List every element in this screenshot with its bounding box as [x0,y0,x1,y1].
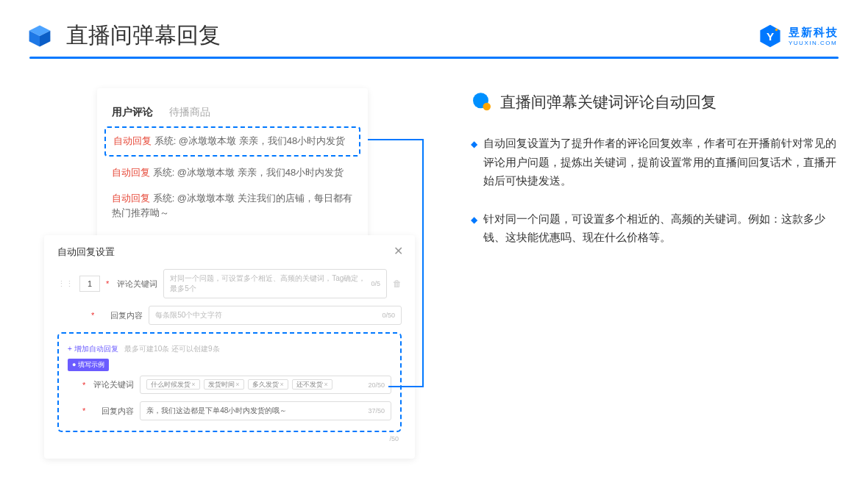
keyword-chip[interactable]: 还不发货× [292,379,332,390]
svg-point-7 [483,103,491,111]
bullet-text: 针对同一个问题，可设置多个相近的、高频的关键词。例如：这款多少钱、这块能优惠吗、… [483,209,839,247]
keyword-label: 评论关键词 [116,279,157,290]
example-kw-counter: 20/50 [368,381,385,389]
keyword-chip[interactable]: 多久发货× [248,379,288,390]
bullet-text: 自动回复设置为了提升作者的评论回复效率，作者可在开播前针对常见的评论用户问题，提… [483,134,839,190]
outer-counter: /50 [57,435,402,442]
explanation-panel: 直播间弹幕关键词评论自动回复 ◆ 自动回复设置为了提升作者的评论回复效率，作者可… [471,88,839,441]
example-badge: ● 填写示例 [68,359,109,371]
add-hint: 最多可建10条 还可以创建9条 [124,345,219,353]
diamond-bullet-icon: ◆ [471,212,477,247]
keyword-input[interactable]: 对同一个问题，可设置多个相近、高频的关键词，Tag确定，最多5个 0/5 [163,269,387,298]
rule-number: 1 [79,276,100,292]
screenshot-mock: 用户评论 待播商品 自动回复 系统: @冰墩墩本墩 亲亲，我们48小时内发货 自… [44,88,427,441]
connector-line [388,386,424,387]
comments-panel: 用户评论 待播商品 自动回复 系统: @冰墩墩本墩 亲亲，我们48小时内发货 自… [97,88,368,246]
explanation-title: 直播间弹幕关键词评论自动回复 [500,92,716,112]
bullet-item: ◆ 自动回复设置为了提升作者的评论回复效率，作者可在开播前针对常见的评论用户问题… [471,134,839,190]
auto-reply-tag: 自动回复 [112,193,150,204]
content-placeholder: 每条限50个中文字符 [155,310,222,320]
content-input[interactable]: 每条限50个中文字符 0/50 [149,306,402,325]
example-content-input[interactable]: 亲，我们这边都是下单48小时内发货的哦～ 37/50 [140,401,391,420]
keyword-chip[interactable]: 什么时候发货× [146,379,199,390]
delete-icon[interactable]: 🗑 [393,279,402,289]
keyword-chip[interactable]: 发货时间× [204,379,243,390]
brand-logo: Y 昱新科技 YUUXIN.COM [758,24,839,49]
page-title: 直播间弹幕回复 [66,21,221,51]
keyword-placeholder: 对同一个问题，可设置多个相近、高频的关键词，Tag确定，最多5个 [170,273,371,294]
highlighted-comment: 自动回复 系统: @冰墩墩本墩 亲亲，我们48小时内发货 [104,126,360,157]
auto-reply-settings-panel: 自动回复设置 ✕ ⋮⋮ 1 * 评论关键词 对同一个问题，可设置多个相近、高频的… [44,235,415,459]
example-content-counter: 37/50 [368,407,385,415]
chat-bubble-icon [471,91,493,113]
brand-hexagon-icon: Y [758,24,783,49]
bullet-item: ◆ 针对同一个问题，可设置多个相近的、高频的关键词。例如：这款多少钱、这块能优惠… [471,209,839,247]
example-keyword-label: 评论关键词 [93,379,134,390]
content-counter: 0/50 [382,312,395,319]
cube-icon [26,23,53,49]
tab-user-comments[interactable]: 用户评论 [112,106,153,119]
settings-title: 自动回复设置 [57,245,402,259]
example-keyword-input[interactable]: 什么时候发货× 发货时间× 多久发货× 还不发货× 20/50 [140,376,391,394]
brand-name-en: YUUXIN.COM [789,40,839,46]
content-label: 回复内容 [102,310,143,321]
svg-point-5 [775,28,778,30]
example-content-text: 亲，我们这边都是下单48小时内发货的哦～ [146,406,287,416]
example-section: + 增加自动回复 最多可建10条 还可以创建9条 ● 填写示例 * 评论关键词 … [57,332,402,432]
comment-text: 系统: @冰墩墩本墩 亲亲，我们48小时内发货 [153,167,344,178]
close-icon[interactable]: ✕ [394,244,403,258]
diamond-bullet-icon: ◆ [471,137,477,190]
drag-handle-icon[interactable]: ⋮⋮ [57,279,74,289]
connector-line [422,139,424,387]
connector-line [368,139,424,140]
auto-reply-tag: 自动回复 [113,135,152,146]
add-auto-reply-link[interactable]: + 增加自动回复 [68,345,118,353]
comment-text: 系统: @冰墩墩本墩 亲亲，我们48小时内发货 [154,135,346,146]
page-header: 直播间弹幕回复 Y 昱新科技 YUUXIN.COM [0,0,868,57]
example-content-label: 回复内容 [93,406,134,417]
svg-text:Y: Y [766,29,774,42]
auto-reply-tag: 自动回复 [112,167,150,178]
brand-name-cn: 昱新科技 [789,26,839,40]
tab-pending-goods[interactable]: 待播商品 [169,106,210,119]
keyword-counter: 0/5 [371,280,380,287]
